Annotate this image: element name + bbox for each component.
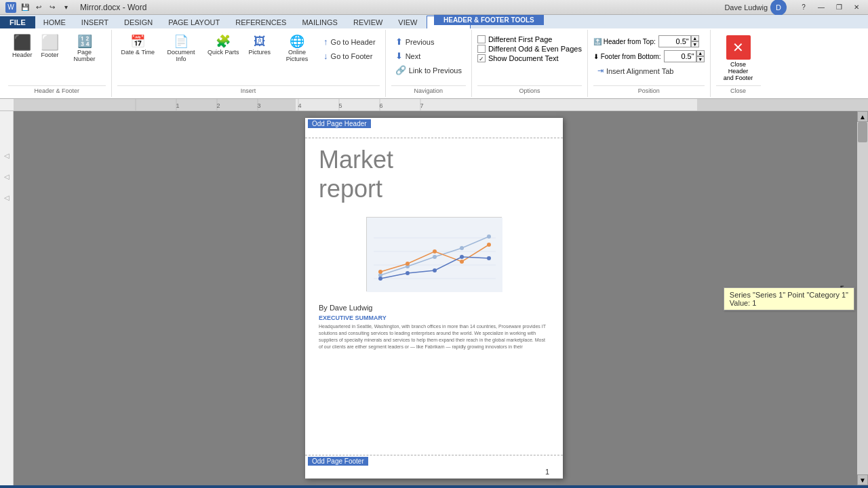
- footer-spinner: ▲ ▼: [696, 50, 705, 62]
- header-from-top-label: 🔝 Header from Top:: [593, 38, 656, 45]
- help-button[interactable]: ?: [797, 2, 810, 13]
- header-from-top-control: ▲ ▼: [658, 35, 699, 47]
- svg-point-31: [378, 277, 382, 281]
- hf-buttons: ⬛ Header ⬜ Footer 🔢 Page Number: [8, 31, 106, 85]
- tab-page-layout[interactable]: PAGE LAYOUT: [161, 16, 227, 28]
- tab-design[interactable]: DESIGN: [117, 16, 160, 28]
- quick-access-dropdown[interactable]: ▾: [60, 2, 72, 13]
- footer-from-bottom-input[interactable]: [664, 50, 696, 62]
- svg-point-29: [460, 260, 464, 264]
- page-content: Market report: [305, 138, 563, 455]
- tab-insert[interactable]: INSERT: [74, 16, 116, 28]
- different-first-page-option[interactable]: Different First Page: [477, 35, 582, 43]
- tab-mailings[interactable]: MAILINGS: [294, 16, 345, 28]
- svg-text:5: 5: [338, 102, 342, 109]
- tab-references[interactable]: REFERENCES: [228, 16, 294, 28]
- save-button[interactable]: 💾: [19, 2, 31, 13]
- next-button[interactable]: ⬇ Next: [391, 49, 466, 62]
- header-button[interactable]: ⬛ Header: [8, 33, 37, 61]
- scroll-thumb[interactable]: [858, 122, 867, 142]
- scroll-track[interactable]: [857, 122, 868, 474]
- hf-tools-label: HEADER & FOOTER TOOLS: [434, 15, 544, 25]
- tab-view[interactable]: VIEW: [391, 16, 425, 28]
- svg-text:3: 3: [257, 102, 260, 109]
- status-bar: PAGE 1 OF 23 5627 WORDS ☰ ▦ 📄 ⊞ ▦ 📱 50%: [0, 485, 868, 488]
- different-odd-even-checkbox[interactable]: [477, 45, 486, 53]
- link-to-previous-button[interactable]: 🔗 Link to Previous: [391, 64, 466, 77]
- page-number-button[interactable]: 🔢 Page Number: [64, 33, 106, 65]
- position-group-label: Position: [593, 85, 705, 96]
- undo-button[interactable]: ↩: [33, 2, 45, 13]
- pictures-icon: 🖼: [254, 35, 266, 47]
- show-document-text-option[interactable]: Show Document Text: [477, 54, 582, 62]
- footer-icon: ⬜: [41, 35, 59, 50]
- ribbon-tabs-container: HEADER & FOOTER TOOLS FILE HOME INSERT D…: [0, 15, 868, 28]
- exec-summary-title: EXECUTIVE SUMMARY: [319, 314, 549, 321]
- close-button[interactable]: ✕: [850, 2, 863, 13]
- minimize-button[interactable]: —: [815, 2, 827, 13]
- online-pictures-button[interactable]: 🌐 Online Pictures: [276, 33, 318, 65]
- previous-button[interactable]: ⬆ Previous: [391, 35, 466, 48]
- tooltip-line2: Value: 1: [730, 299, 848, 307]
- options-content: Different First Page Different Odd & Eve…: [477, 31, 582, 85]
- user-name: Dave Ludwig: [724, 3, 768, 12]
- different-first-page-checkbox[interactable]: [477, 35, 486, 43]
- tab-file[interactable]: FILE: [0, 16, 35, 28]
- odd-page-footer-label: Odd Page Footer: [308, 457, 368, 466]
- sidebar-marker-3: ◁: [4, 194, 9, 201]
- svg-point-25: [487, 235, 491, 239]
- alignment-tab-icon: ⇥: [597, 66, 604, 75]
- insert-buttons: 📅 Date & Time 📄 Document Info 🧩 Quick Pa…: [117, 31, 380, 85]
- tooltip-line1: Series "Series 1" Point "Category 1": [730, 291, 848, 299]
- vertical-scrollbar[interactable]: ▲ ▼: [857, 111, 868, 485]
- footer-from-bottom-label: ⬇ Footer from Bottom:: [593, 53, 661, 60]
- header-from-top-input[interactable]: [658, 35, 691, 47]
- different-odd-even-option[interactable]: Different Odd & Even Pages: [477, 45, 582, 53]
- header-spin-up[interactable]: ▲: [691, 35, 699, 41]
- close-header-footer-button[interactable]: ✕ Close Headerand Footer: [716, 33, 761, 84]
- online-pictures-icon: 🌐: [290, 35, 304, 47]
- insert-alignment-tab-button[interactable]: ⇥ Insert Alignment Tab: [593, 65, 705, 77]
- close-x-icon: ✕: [726, 35, 751, 60]
- quick-parts-button[interactable]: 🧩 Quick Parts: [203, 33, 243, 58]
- scroll-down-button[interactable]: ▼: [857, 474, 868, 485]
- page-number: 1: [545, 458, 549, 476]
- scroll-up-button[interactable]: ▲: [857, 111, 868, 122]
- page-footer-section[interactable]: Odd Page Footer 1: [305, 455, 563, 479]
- pictures-button[interactable]: 🖼 Pictures: [245, 33, 275, 58]
- footer-spin-down[interactable]: ▼: [696, 56, 705, 62]
- goto-footer-button[interactable]: ↓ Go to Footer: [319, 49, 380, 62]
- footer-button[interactable]: ⬜ Footer: [37, 33, 64, 61]
- show-document-text-checkbox[interactable]: [477, 54, 486, 62]
- page-header-section[interactable]: Odd Page Header: [305, 118, 563, 138]
- close-group-label: Close: [716, 85, 761, 96]
- redo-button[interactable]: ↪: [46, 2, 58, 13]
- goto-footer-icon: ↓: [323, 51, 328, 61]
- user-avatar: D: [770, 0, 787, 16]
- header-spin-down[interactable]: ▼: [691, 41, 699, 47]
- hf-group-label: Header & Footer: [8, 85, 106, 96]
- svg-rect-0: [14, 99, 868, 111]
- previous-icon: ⬆: [395, 37, 403, 47]
- options-group-label: Options: [477, 85, 582, 96]
- svg-text:7: 7: [420, 102, 423, 109]
- date-time-button[interactable]: 📅 Date & Time: [117, 33, 159, 58]
- footer-from-bottom-row: ⬇ Footer from Bottom: ▲ ▼: [593, 50, 705, 62]
- svg-text:1: 1: [176, 102, 179, 109]
- footer-spin-up[interactable]: ▲: [696, 50, 705, 56]
- ribbon-group-header-footer: ⬛ Header ⬜ Footer 🔢 Page Number Header &…: [3, 30, 112, 97]
- document-page: Odd Page Header Market report: [305, 118, 563, 479]
- svg-point-24: [460, 246, 464, 250]
- ribbon-group-position: 🔝 Header from Top: ▲ ▼ ⬇ Footer from Bot…: [588, 30, 711, 97]
- ribbon: ⬛ Header ⬜ Footer 🔢 Page Number Header &…: [0, 28, 868, 99]
- ruler: 1 2 3 4 5 6 7: [0, 99, 868, 111]
- chart-area[interactable]: [366, 217, 502, 291]
- restore-button[interactable]: ❐: [833, 2, 845, 13]
- svg-text:4: 4: [298, 102, 301, 109]
- odd-page-header-label: Odd Page Header: [308, 119, 371, 128]
- tab-home[interactable]: HOME: [36, 16, 73, 28]
- document-info-button[interactable]: 📄 Document Info: [160, 33, 202, 65]
- tab-review[interactable]: REVIEW: [346, 16, 390, 28]
- line-chart: [367, 218, 502, 292]
- goto-header-button[interactable]: ↑ Go to Header: [319, 35, 380, 48]
